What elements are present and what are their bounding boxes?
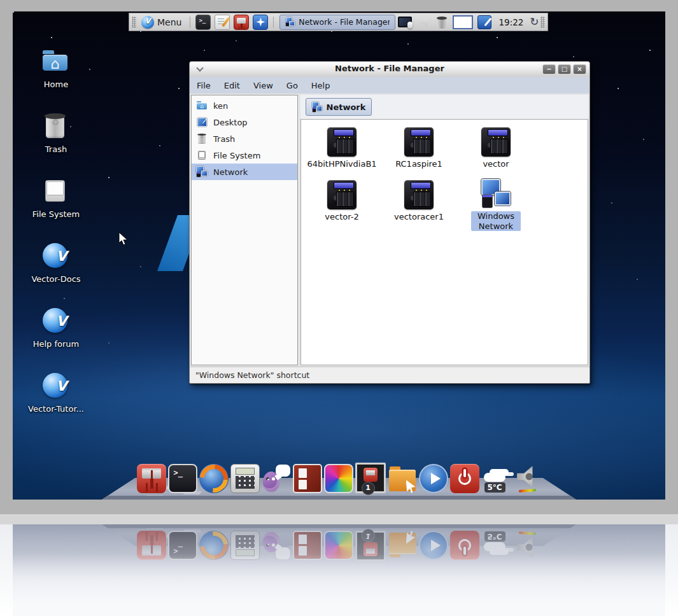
home-folder-icon	[196, 100, 208, 111]
shortcuts-sidebar: ken Desktop Trash File System Network	[191, 95, 298, 365]
menu-help[interactable]: Help	[311, 81, 330, 90]
dock-row: 1 5°C	[137, 463, 542, 493]
nas-server-icon	[327, 127, 357, 157]
file-manager-dock-icon[interactable]	[388, 464, 417, 493]
package-manager-dock-icon[interactable]	[137, 464, 166, 493]
desktop-reflection: 1 5°C	[13, 524, 665, 616]
file-label: vector	[483, 159, 509, 169]
desktop-icon-vector-tutor[interactable]: Vector-Tutor...	[23, 372, 89, 414]
workspace-switcher[interactable]	[453, 15, 473, 29]
file-label: RC1aspire1	[395, 159, 442, 169]
starfield-wallpaper	[13, 11, 14, 13]
window-controls: − □ ×	[542, 64, 586, 74]
temperature-badge: 5°C	[484, 482, 505, 493]
desktop-icon-label: Home	[44, 80, 68, 90]
sidebar-item-file-system[interactable]: File System	[192, 147, 297, 164]
nas-server-icon	[404, 127, 434, 157]
desktop-icon-trash[interactable]: Trash	[23, 112, 89, 155]
firefox-dock-icon[interactable]	[199, 464, 229, 493]
volume-level-bar	[518, 489, 535, 493]
nas-server-icon	[404, 180, 434, 209]
desktop-icon-home[interactable]: Home	[23, 47, 89, 90]
package-manager-launcher-icon[interactable]	[234, 15, 249, 30]
computer-icon	[41, 177, 69, 206]
nas-server-icon	[481, 127, 511, 157]
trash-can-icon	[41, 112, 69, 141]
menu-file[interactable]: File	[197, 81, 211, 90]
file-item[interactable]: RC1aspire1	[380, 127, 458, 169]
vector-globe-icon	[41, 242, 69, 270]
desktop-icon-vector-docs[interactable]: Vector-Docs	[23, 242, 89, 284]
file-icon-view[interactable]: 64bitHPNivdiaB1 RC1aspire1 vector vector…	[300, 119, 588, 365]
desktop-icon-file-system[interactable]: File System	[23, 177, 89, 220]
sidebar-item-label: Network	[213, 167, 248, 177]
volume-muted-tray-icon[interactable]	[418, 15, 432, 29]
window-list-dock-item[interactable]: 1	[355, 463, 386, 493]
terminal-dock-icon[interactable]	[168, 464, 197, 493]
menu-go[interactable]: Go	[286, 81, 298, 90]
desktop-icon-label: Help forum	[33, 340, 80, 349]
menu-view[interactable]: View	[253, 81, 273, 90]
show-desktop-tray-icon[interactable]	[477, 15, 491, 29]
file-item[interactable]: vectoracer1	[380, 180, 458, 222]
desktop: Menu Network - File Manager 19:22 ↻ Home…	[13, 11, 665, 500]
taskbar-window-button[interactable]: Network - File Manager	[279, 15, 395, 30]
desktop-icon-label: File System	[32, 210, 80, 220]
panel-clock[interactable]: 19:22	[498, 17, 523, 27]
documents-dock-icon[interactable]	[293, 464, 322, 493]
panel-grip-handle[interactable]	[540, 17, 545, 28]
panel-separator	[273, 17, 274, 28]
mouse-cursor	[118, 232, 129, 247]
file-item[interactable]: 64bitHPNivdiaB1	[303, 127, 381, 169]
weather-dock-icon[interactable]: 5°C	[481, 464, 511, 493]
windows-network-icon	[481, 178, 511, 209]
top-panel: Menu Network - File Manager 19:22 ↻	[129, 13, 548, 31]
vectorlinux-logo-icon	[141, 16, 154, 29]
path-toolbar: Network	[300, 95, 588, 119]
sidebar-item-label: Desktop	[213, 118, 248, 127]
file-label: vectoracer1	[394, 212, 444, 222]
image-viewer-dock-icon[interactable]	[324, 464, 353, 493]
pidgin-dock-icon[interactable]	[262, 464, 291, 493]
computer-icon	[196, 150, 208, 161]
applications-menu-button[interactable]: Menu	[136, 14, 187, 30]
sidebar-item-desktop[interactable]: Desktop	[192, 114, 297, 130]
volume-dock-icon[interactable]	[512, 464, 542, 493]
trash-tray-icon[interactable]	[435, 15, 448, 29]
path-button-label: Network	[327, 102, 366, 112]
file-item[interactable]: vector	[457, 127, 535, 169]
menu-edit[interactable]: Edit	[224, 81, 240, 90]
window-body: ken Desktop Trash File System Network	[190, 94, 590, 367]
sidebar-item-ken[interactable]: ken	[192, 97, 297, 114]
media-player-dock-icon[interactable]	[419, 464, 448, 493]
desktop-icon-label: Vector-Docs	[31, 275, 80, 284]
shutdown-dock-icon[interactable]	[450, 464, 479, 493]
file-item-selected[interactable]: Windows Network	[457, 178, 535, 231]
sidebar-item-trash[interactable]: Trash	[192, 130, 297, 147]
session-restart-icon[interactable]: ↻	[530, 17, 539, 27]
settings-launcher-icon[interactable]	[253, 15, 268, 30]
taskbar-window-title: Network - File Manager	[299, 17, 390, 27]
calculator-dock-icon[interactable]	[230, 464, 260, 493]
close-button[interactable]: ×	[573, 64, 586, 74]
file-item[interactable]: vector-2	[303, 180, 381, 222]
minimize-button[interactable]: −	[542, 64, 556, 74]
maximize-button[interactable]: □	[558, 64, 571, 74]
dock: 1 5°C	[102, 449, 576, 500]
path-button-network[interactable]: Network	[306, 98, 372, 116]
menu-button-label: Menu	[157, 17, 181, 27]
text-editor-launcher-icon[interactable]	[215, 15, 230, 30]
panel-grip-handle[interactable]	[132, 17, 136, 28]
network-icon	[312, 102, 323, 113]
terminal-launcher-icon[interactable]	[195, 15, 211, 30]
desktop-icon-help-forum[interactable]: Help forum	[23, 307, 89, 349]
sidebar-item-network[interactable]: Network	[192, 164, 297, 180]
file-label: Windows Network	[471, 211, 521, 231]
main-pane: Network 64bitHPNivdiaB1 RC1aspire1 vecto…	[300, 95, 588, 365]
window-count-badge: 1	[362, 482, 375, 495]
reflection-fade-overlay	[13, 524, 665, 616]
display-settings-tray-icon[interactable]	[397, 15, 414, 29]
window-titlebar[interactable]: Network - File Manager	[190, 62, 590, 78]
vector-globe-icon	[41, 307, 69, 335]
file-manager-window: Network - File Manager − □ × File Edit V…	[189, 61, 590, 384]
